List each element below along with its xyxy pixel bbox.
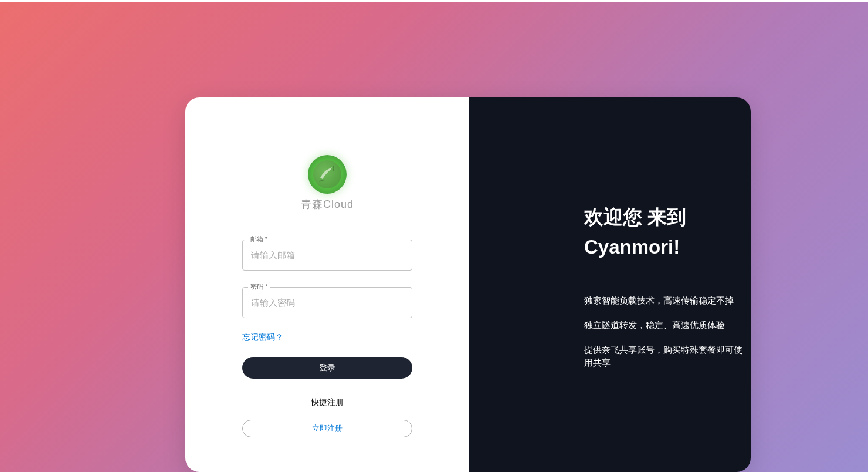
welcome-title: 欢迎您 来到 Cyanmori! bbox=[584, 202, 751, 262]
welcome-panel: 欢迎您 来到 Cyanmori! 独家智能负载技术，高速传输稳定不掉 独立隧道转… bbox=[469, 97, 751, 472]
forgot-password-link[interactable]: 忘记密码？ bbox=[242, 332, 412, 343]
top-bar bbox=[0, 0, 868, 2]
login-form: 邮箱 * 密码 * 忘记密码？ 登录 快捷注册 立即注册 bbox=[242, 240, 412, 437]
login-button[interactable]: 登录 bbox=[242, 357, 412, 379]
welcome-container: 欢迎您 来到 Cyanmori! 独家智能负载技术，高速传输稳定不掉 独立隧道转… bbox=[469, 97, 751, 369]
divider-line-left bbox=[242, 403, 300, 403]
divider-text: 快捷注册 bbox=[300, 397, 354, 408]
divider-line-right bbox=[354, 403, 412, 403]
register-button[interactable]: 立即注册 bbox=[242, 420, 412, 437]
password-label: 密码 * bbox=[248, 282, 270, 291]
feature-item: 提供奈飞共享账号，购买特殊套餐即可使用共享 bbox=[584, 344, 751, 370]
email-input[interactable] bbox=[242, 240, 412, 271]
email-label: 邮箱 * bbox=[248, 235, 270, 244]
logo-text: 青森Cloud bbox=[301, 197, 354, 211]
login-card: 青森Cloud 邮箱 * 密码 * 忘记密码？ 登录 快捷注册 bbox=[185, 97, 751, 472]
divider: 快捷注册 bbox=[242, 397, 412, 408]
logo-container: 青森Cloud bbox=[301, 155, 354, 211]
password-field-container: 密码 * bbox=[242, 287, 412, 318]
logo-icon bbox=[308, 155, 347, 194]
password-input[interactable] bbox=[242, 287, 412, 318]
feature-item: 独立隧道转发，稳定、高速优质体验 bbox=[584, 319, 751, 332]
login-panel: 青森Cloud 邮箱 * 密码 * 忘记密码？ 登录 快捷注册 bbox=[185, 97, 469, 472]
feature-item: 独家智能负载技术，高速传输稳定不掉 bbox=[584, 295, 751, 308]
feature-list: 独家智能负载技术，高速传输稳定不掉 独立隧道转发，稳定、高速优质体验 提供奈飞共… bbox=[584, 295, 751, 369]
email-field-container: 邮箱 * bbox=[242, 240, 412, 271]
